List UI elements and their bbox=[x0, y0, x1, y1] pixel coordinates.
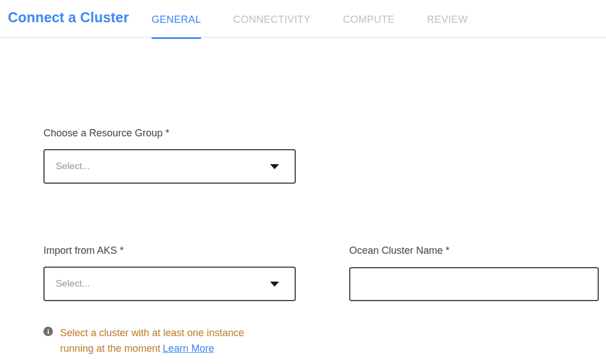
tab-connectivity[interactable]: CONNECTIVITY bbox=[233, 0, 311, 38]
resource-group-placeholder: Select... bbox=[56, 161, 90, 172]
chevron-down-icon bbox=[270, 282, 279, 287]
wizard-header: Connect a Cluster GENERAL CONNECTIVITY C… bbox=[0, 0, 606, 38]
tab-review-label: REVIEW bbox=[427, 14, 467, 26]
ocean-cluster-name-label: Ocean Cluster Name * bbox=[349, 245, 449, 257]
note-message: Select a cluster with at least one insta… bbox=[60, 327, 244, 354]
chevron-down-icon bbox=[270, 164, 279, 169]
resource-group-select[interactable]: Select... bbox=[43, 149, 296, 184]
import-aks-select[interactable]: Select... bbox=[43, 267, 296, 301]
tab-compute[interactable]: COMPUTE bbox=[343, 0, 395, 38]
learn-more-link[interactable]: Learn More bbox=[163, 343, 214, 354]
page-title: Connect a Cluster bbox=[8, 9, 129, 26]
tab-review[interactable]: REVIEW bbox=[427, 0, 467, 38]
tab-compute-label: COMPUTE bbox=[343, 14, 395, 26]
note-text: Select a cluster with at least one insta… bbox=[60, 325, 267, 356]
tab-general-label: GENERAL bbox=[152, 14, 201, 26]
import-aks-label: Import from AKS * bbox=[43, 245, 124, 257]
tab-connectivity-label: CONNECTIVITY bbox=[233, 14, 311, 26]
tab-general[interactable]: GENERAL bbox=[152, 0, 201, 38]
resource-group-label: Choose a Resource Group * bbox=[43, 127, 169, 139]
wizard-step-tabs: GENERAL CONNECTIVITY COMPUTE REVIEW bbox=[152, 0, 468, 38]
import-aks-placeholder: Select... bbox=[56, 278, 90, 289]
ocean-cluster-name-input[interactable] bbox=[349, 267, 599, 301]
cluster-instance-note: i Select a cluster with at least one ins… bbox=[43, 325, 267, 356]
info-circle-icon: i bbox=[43, 327, 53, 336]
